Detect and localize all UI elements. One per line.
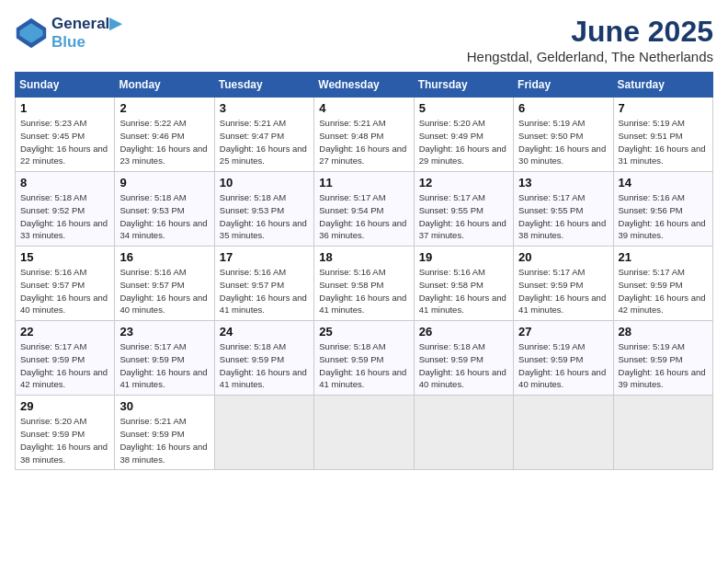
calendar-cell: 15Sunrise: 5:16 AMSunset: 9:57 PMDayligh…: [16, 247, 115, 321]
day-number: 20: [518, 250, 608, 264]
calendar-cell: 8Sunrise: 5:18 AMSunset: 9:52 PMDaylight…: [16, 172, 115, 247]
calendar-cell: 1Sunrise: 5:23 AMSunset: 9:45 PMDaylight…: [16, 98, 115, 172]
calendar-cell: 2Sunrise: 5:22 AMSunset: 9:46 PMDaylight…: [115, 98, 214, 172]
day-info: Sunrise: 5:16 AMSunset: 9:57 PMDaylight:…: [20, 266, 109, 316]
day-number: 7: [619, 101, 708, 115]
header: General▶ Blue June 2025 Hengstdal, Gelde…: [15, 15, 713, 64]
calendar-week-row: 15Sunrise: 5:16 AMSunset: 9:57 PMDayligh…: [16, 247, 713, 321]
calendar-title: June 2025: [467, 15, 713, 49]
day-info: Sunrise: 5:16 AMSunset: 9:58 PMDaylight:…: [319, 266, 408, 316]
weekday-header-saturday: Saturday: [613, 73, 712, 98]
day-number: 26: [419, 325, 508, 339]
calendar-week-row: 22Sunrise: 5:17 AMSunset: 9:59 PMDayligh…: [16, 321, 713, 396]
calendar-cell: 25Sunrise: 5:18 AMSunset: 9:59 PMDayligh…: [314, 321, 414, 396]
calendar-cell: [314, 396, 414, 470]
day-info: Sunrise: 5:17 AMSunset: 9:55 PMDaylight:…: [518, 191, 608, 242]
day-info: Sunrise: 5:21 AMSunset: 9:59 PMDaylight:…: [119, 415, 209, 465]
calendar-cell: 27Sunrise: 5:19 AMSunset: 9:59 PMDayligh…: [514, 321, 613, 396]
calendar-cell: 18Sunrise: 5:16 AMSunset: 9:58 PMDayligh…: [314, 247, 414, 321]
day-info: Sunrise: 5:17 AMSunset: 9:59 PMDaylight:…: [20, 340, 109, 391]
calendar-cell: 14Sunrise: 5:16 AMSunset: 9:56 PMDayligh…: [613, 172, 712, 247]
calendar-cell: 4Sunrise: 5:21 AMSunset: 9:48 PMDaylight…: [314, 98, 414, 172]
day-number: 6: [518, 101, 608, 115]
day-info: Sunrise: 5:17 AMSunset: 9:55 PMDaylight:…: [419, 191, 508, 242]
calendar-cell: 3Sunrise: 5:21 AMSunset: 9:47 PMDaylight…: [214, 98, 313, 172]
calendar-cell: 21Sunrise: 5:17 AMSunset: 9:59 PMDayligh…: [613, 247, 712, 321]
day-info: Sunrise: 5:17 AMSunset: 9:59 PMDaylight:…: [518, 266, 608, 316]
calendar-cell: 11Sunrise: 5:17 AMSunset: 9:54 PMDayligh…: [314, 172, 414, 247]
day-info: Sunrise: 5:17 AMSunset: 9:54 PMDaylight:…: [319, 191, 408, 242]
day-info: Sunrise: 5:23 AMSunset: 9:45 PMDaylight:…: [20, 117, 109, 167]
day-number: 8: [20, 176, 109, 190]
weekday-header-wednesday: Wednesday: [314, 73, 414, 98]
day-number: 3: [220, 101, 309, 115]
day-number: 10: [220, 176, 309, 190]
day-info: Sunrise: 5:16 AMSunset: 9:57 PMDaylight:…: [119, 266, 209, 316]
calendar-cell: 19Sunrise: 5:16 AMSunset: 9:58 PMDayligh…: [414, 247, 513, 321]
calendar-cell: 16Sunrise: 5:16 AMSunset: 9:57 PMDayligh…: [115, 247, 214, 321]
day-info: Sunrise: 5:17 AMSunset: 9:59 PMDaylight:…: [119, 340, 209, 391]
day-number: 12: [419, 176, 508, 190]
day-number: 2: [119, 101, 209, 115]
calendar-cell: 10Sunrise: 5:18 AMSunset: 9:53 PMDayligh…: [214, 172, 313, 247]
calendar-cell: [214, 396, 313, 470]
day-number: 25: [319, 325, 408, 339]
calendar-cell: 5Sunrise: 5:20 AMSunset: 9:49 PMDaylight…: [414, 98, 513, 172]
day-number: 5: [419, 101, 508, 115]
calendar-cell: 22Sunrise: 5:17 AMSunset: 9:59 PMDayligh…: [16, 321, 115, 396]
day-number: 21: [619, 250, 708, 264]
calendar-subtitle: Hengstdal, Gelderland, The Netherlands: [467, 49, 713, 64]
logo-icon: [15, 17, 48, 50]
weekday-header-tuesday: Tuesday: [214, 73, 313, 98]
day-info: Sunrise: 5:20 AMSunset: 9:49 PMDaylight:…: [419, 117, 508, 167]
weekday-header-monday: Monday: [115, 73, 214, 98]
day-number: 14: [619, 176, 708, 190]
day-info: Sunrise: 5:16 AMSunset: 9:56 PMDaylight:…: [619, 191, 708, 242]
day-info: Sunrise: 5:19 AMSunset: 9:59 PMDaylight:…: [518, 340, 608, 391]
logo: General▶ Blue: [15, 15, 121, 51]
calendar-cell: [613, 396, 712, 470]
calendar-cell: 9Sunrise: 5:18 AMSunset: 9:53 PMDaylight…: [115, 172, 214, 247]
calendar-week-row: 8Sunrise: 5:18 AMSunset: 9:52 PMDaylight…: [16, 172, 713, 247]
day-info: Sunrise: 5:18 AMSunset: 9:59 PMDaylight:…: [220, 340, 309, 391]
day-number: 1: [20, 101, 109, 115]
calendar-cell: 28Sunrise: 5:19 AMSunset: 9:59 PMDayligh…: [613, 321, 712, 396]
day-number: 9: [119, 176, 209, 190]
weekday-header-thursday: Thursday: [414, 73, 513, 98]
day-info: Sunrise: 5:18 AMSunset: 9:53 PMDaylight:…: [220, 191, 309, 242]
day-number: 11: [319, 176, 408, 190]
weekday-header-friday: Friday: [514, 73, 613, 98]
weekday-header-sunday: Sunday: [16, 73, 115, 98]
day-number: 30: [119, 399, 209, 413]
calendar-cell: 29Sunrise: 5:20 AMSunset: 9:59 PMDayligh…: [16, 396, 115, 470]
title-area: June 2025 Hengstdal, Gelderland, The Net…: [467, 15, 713, 64]
calendar-table: SundayMondayTuesdayWednesdayThursdayFrid…: [15, 72, 713, 470]
day-number: 15: [20, 250, 109, 264]
day-info: Sunrise: 5:16 AMSunset: 9:58 PMDaylight:…: [419, 266, 508, 316]
day-info: Sunrise: 5:19 AMSunset: 9:59 PMDaylight:…: [619, 340, 708, 391]
day-number: 17: [220, 250, 309, 264]
day-number: 29: [20, 399, 109, 413]
day-info: Sunrise: 5:17 AMSunset: 9:59 PMDaylight:…: [619, 266, 708, 316]
day-number: 23: [119, 325, 209, 339]
day-info: Sunrise: 5:19 AMSunset: 9:51 PMDaylight:…: [619, 117, 708, 167]
calendar-cell: 20Sunrise: 5:17 AMSunset: 9:59 PMDayligh…: [514, 247, 613, 321]
day-info: Sunrise: 5:21 AMSunset: 9:48 PMDaylight:…: [319, 117, 408, 167]
day-number: 22: [20, 325, 109, 339]
day-info: Sunrise: 5:18 AMSunset: 9:59 PMDaylight:…: [419, 340, 508, 391]
calendar-cell: [414, 396, 513, 470]
calendar-cell: 24Sunrise: 5:18 AMSunset: 9:59 PMDayligh…: [214, 321, 313, 396]
calendar-cell: 30Sunrise: 5:21 AMSunset: 9:59 PMDayligh…: [115, 396, 214, 470]
day-info: Sunrise: 5:21 AMSunset: 9:47 PMDaylight:…: [220, 117, 309, 167]
logo-text: General▶ Blue: [51, 15, 121, 51]
calendar-cell: 13Sunrise: 5:17 AMSunset: 9:55 PMDayligh…: [514, 172, 613, 247]
calendar-cell: 17Sunrise: 5:16 AMSunset: 9:57 PMDayligh…: [214, 247, 313, 321]
calendar-cell: 6Sunrise: 5:19 AMSunset: 9:50 PMDaylight…: [514, 98, 613, 172]
day-info: Sunrise: 5:16 AMSunset: 9:57 PMDaylight:…: [220, 266, 309, 316]
day-number: 27: [518, 325, 608, 339]
day-number: 13: [518, 176, 608, 190]
calendar-week-row: 29Sunrise: 5:20 AMSunset: 9:59 PMDayligh…: [16, 396, 713, 470]
calendar-cell: 26Sunrise: 5:18 AMSunset: 9:59 PMDayligh…: [414, 321, 513, 396]
day-info: Sunrise: 5:22 AMSunset: 9:46 PMDaylight:…: [119, 117, 209, 167]
weekday-header-row: SundayMondayTuesdayWednesdayThursdayFrid…: [16, 73, 713, 98]
